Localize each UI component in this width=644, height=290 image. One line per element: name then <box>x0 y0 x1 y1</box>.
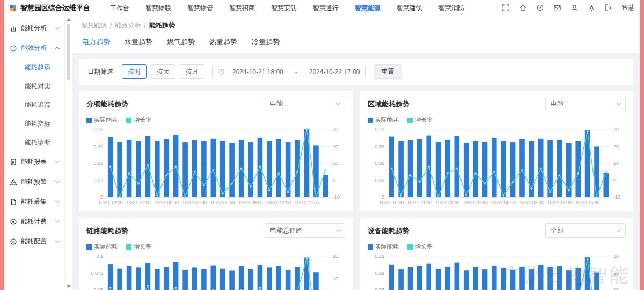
energy-type-select[interactable]: 电能 <box>545 97 626 111</box>
home-icon[interactable] <box>519 4 527 12</box>
legend-growth-rate[interactable]: 增长率 <box>126 116 151 124</box>
link-select[interactable]: 电能总链路 <box>265 223 345 238</box>
dashboard-icon[interactable] <box>536 4 544 12</box>
nav-item-property[interactable]: 智慧物管 <box>179 0 221 16</box>
sidebar-item-label: 能耗配置 <box>21 237 52 246</box>
legend-growth-rate[interactable]: 增长率 <box>407 116 433 124</box>
svg-text:10-22 06:00: 10-22 06:00 <box>492 200 516 205</box>
date-range-start[interactable]: 2024-10-21 18:00 <box>232 68 283 76</box>
legend-growth-rate[interactable]: 增长率 <box>126 243 151 251</box>
chevron-down-icon <box>55 219 60 223</box>
sidebar-item-energy-billing[interactable]: 能耗计费 <box>4 212 64 231</box>
svg-text:30: 30 <box>613 253 619 259</box>
reset-button[interactable]: 重置 <box>374 64 402 79</box>
legend-swatch <box>407 118 413 123</box>
legend-actual-energy[interactable]: 实际能耗 <box>86 243 118 251</box>
legend-actual-energy[interactable]: 实际能耗 <box>368 243 399 251</box>
tab-cool-trend[interactable]: 冷量趋势 <box>252 37 280 47</box>
breadcrumb-separator: / <box>144 22 145 30</box>
select-value: 电能 <box>551 99 564 108</box>
mode-hour-button[interactable]: 按时 <box>122 64 147 79</box>
content-shell: 能耗分析 能效分析 能耗趋势 能耗对比 能耗追踪 能耗指标 能耗诊断 能耗报表 … <box>4 16 640 290</box>
trend-tabs: 电力趋势 水量趋势 燃气趋势 热量趋势 冷量趋势 <box>81 30 631 53</box>
svg-text:0.03: 0.03 <box>93 178 103 183</box>
sidebar-scrollbar[interactable] <box>64 16 72 290</box>
date-range-end[interactable]: 2024-10-22 17:00 <box>309 68 360 76</box>
panel-header: 设备能耗趋势 全部 <box>368 223 626 238</box>
scroll-down-arrow-icon[interactable] <box>67 285 71 288</box>
sidebar-item-energy-trend[interactable]: 能耗趋势 <box>4 58 64 77</box>
device-select[interactable]: 全部 <box>545 223 626 238</box>
sidebar-item-energy-report[interactable]: 能耗报表 <box>4 152 64 172</box>
svg-text:0.09: 0.09 <box>375 271 384 276</box>
breadcrumb-separator: / <box>110 22 112 30</box>
svg-text:10-21 21:00: 10-21 21:00 <box>126 200 151 205</box>
sidebar-item-label: 能耗预警 <box>21 177 52 186</box>
sidebar-item-energy-indicator[interactable]: 能耗指标 <box>4 114 64 133</box>
sidebar-item-label: 能耗计费 <box>21 217 52 226</box>
select-value: 全部 <box>551 226 564 235</box>
breadcrumb-item[interactable]: 能效分析 <box>115 21 141 30</box>
chart-canvas: 00.0250.050.0750.1-100102010-21 18:0010-… <box>86 252 345 290</box>
nav-item-security[interactable]: 智慧安防 <box>263 0 305 16</box>
sidebar-item-energy-alert[interactable]: 能耗预警 <box>4 172 64 192</box>
scrollbar-thumb[interactable] <box>67 24 70 80</box>
chevron-down-icon <box>55 179 60 183</box>
report-icon <box>10 158 17 166</box>
topbar-icon-group <box>502 4 613 12</box>
nav-item-access[interactable]: 智慧通行 <box>305 0 347 16</box>
scroll-up-arrow-icon[interactable] <box>67 18 71 21</box>
user-icon[interactable] <box>570 4 579 12</box>
svg-text:10-22 09:00: 10-22 09:00 <box>519 200 544 205</box>
svg-text:30: 30 <box>613 127 619 132</box>
sidebar-item-energy-collection[interactable]: 能耗采集 <box>4 192 64 212</box>
legend-actual-energy[interactable]: 实际能耗 <box>368 116 399 124</box>
legend-label: 增长率 <box>415 116 433 124</box>
chart-canvas: 00.030.060.090.12-10010203010-21 18:0010… <box>368 252 626 290</box>
svg-text:-10: -10 <box>613 194 620 200</box>
sidebar-item-energy-diagnosis[interactable]: 能耗诊断 <box>4 133 64 152</box>
legend-swatch <box>368 244 373 250</box>
chevron-up-icon <box>55 47 60 51</box>
sidebar-item-energy-compare[interactable]: 能耗对比 <box>4 77 64 96</box>
sidebar-item-energy-trace[interactable]: 能耗追踪 <box>4 96 64 114</box>
right-edge-strip <box>640 0 644 290</box>
nav-item-workbench[interactable]: 工作台 <box>102 0 137 16</box>
mail-icon[interactable] <box>553 4 561 12</box>
nav-item-investment[interactable]: 智慧招商 <box>221 0 263 16</box>
fullscreen-icon[interactable] <box>502 4 510 12</box>
sidebar-item-energy-config[interactable]: 能耗配置 <box>4 231 64 251</box>
svg-text:0: 0 <box>333 178 335 183</box>
mode-day-button[interactable]: 按天 <box>151 64 175 79</box>
energy-type-select[interactable]: 电能 <box>265 97 345 111</box>
mode-month-button[interactable]: 按月 <box>180 64 204 79</box>
chevron-down-icon <box>617 228 621 232</box>
tab-electric-trend[interactable]: 电力趋势 <box>82 37 110 47</box>
svg-text:30: 30 <box>333 127 338 132</box>
svg-text:0.06: 0.06 <box>93 161 103 166</box>
nav-item-building[interactable]: 智慧建筑 <box>389 0 430 16</box>
tab-water-trend[interactable]: 水量趋势 <box>125 37 152 47</box>
svg-text:0.1: 0.1 <box>96 253 103 259</box>
sidebar-item-efficiency-analysis[interactable]: 能效分析 <box>4 38 64 58</box>
breadcrumb-item[interactable]: 智慧能源 <box>81 21 107 30</box>
svg-text:10: 10 <box>333 276 338 281</box>
settings-icon[interactable] <box>588 4 596 12</box>
nav-item-iot[interactable]: 智慧物联 <box>137 0 179 16</box>
legend-growth-rate[interactable]: 增长率 <box>407 243 433 251</box>
panel-title: 区域能耗趋势 <box>368 99 409 109</box>
tab-gas-trend[interactable]: 燃气趋势 <box>167 37 195 47</box>
svg-text:10-21 18:00: 10-21 18:00 <box>379 200 404 205</box>
nav-item-energy[interactable]: 智慧能源 <box>347 0 389 16</box>
chart-panel-device-energy: 设备能耗趋势 全部 实际能耗 增长率 00.030.060.090.12-100… <box>360 218 633 290</box>
chart-legend: 实际能耗 增长率 <box>86 243 345 251</box>
legend-actual-energy[interactable]: 实际能耗 <box>86 116 118 124</box>
nav-item-fire[interactable]: 智慧消防 <box>430 0 472 16</box>
tab-heat-trend[interactable]: 热量趋势 <box>209 37 237 47</box>
nav-overflow-label: 智慧 <box>621 3 635 12</box>
date-range-picker[interactable]: 2024-10-21 18:00 - 2024-10-22 17:00 <box>212 66 366 78</box>
svg-text:10: 10 <box>613 161 619 166</box>
select-value: 电能总链路 <box>270 226 302 235</box>
logout-icon[interactable] <box>605 4 613 12</box>
sidebar-item-energy-analysis[interactable]: 能耗分析 <box>4 18 64 38</box>
